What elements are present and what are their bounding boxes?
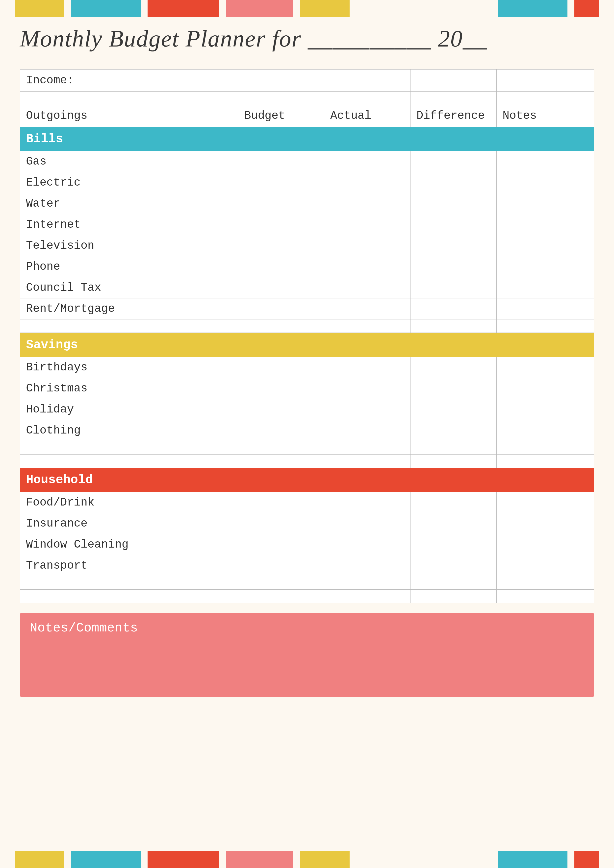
category-bills: Bills	[20, 127, 594, 151]
deco-teal-2	[498, 0, 567, 17]
window-cleaning-notes	[496, 534, 594, 555]
spacer-savings-1	[20, 441, 594, 454]
clothing-budget	[238, 420, 324, 441]
phone-actual	[324, 256, 410, 277]
council-tax-actual	[324, 277, 410, 298]
holiday-diff	[410, 399, 496, 420]
birthdays-label: Birthdays	[20, 357, 238, 378]
electric-actual	[324, 172, 410, 193]
deco-bot-yellow-1	[15, 851, 64, 868]
birthdays-notes	[496, 357, 594, 378]
food-drink-actual	[324, 492, 410, 513]
savings-label: Savings	[20, 333, 594, 357]
council-tax-budget	[238, 277, 324, 298]
insurance-notes	[496, 513, 594, 534]
transport-label: Transport	[20, 555, 238, 576]
deco-yellow-2	[300, 0, 350, 17]
christmas-label: Christmas	[20, 378, 238, 399]
spacer-row-1	[20, 91, 594, 105]
council-tax-notes	[496, 277, 594, 298]
gas-diff	[410, 151, 496, 172]
rent-mortgage-diff	[410, 298, 496, 319]
holiday-label: Holiday	[20, 399, 238, 420]
item-food-drink: Food/Drink	[20, 492, 594, 513]
top-decoration	[0, 0, 614, 17]
television-diff	[410, 235, 496, 256]
phone-diff	[410, 256, 496, 277]
transport-notes	[496, 555, 594, 576]
deco-bot-pink-1	[226, 851, 293, 868]
transport-budget	[238, 555, 324, 576]
water-label: Water	[20, 193, 238, 214]
window-cleaning-label: Window Cleaning	[20, 534, 238, 555]
deco-bot-teal-1	[71, 851, 141, 868]
phone-label: Phone	[20, 256, 238, 277]
col-actual: Actual	[324, 105, 410, 127]
income-label: Income:	[20, 70, 238, 91]
gas-notes	[496, 151, 594, 172]
phone-budget	[238, 256, 324, 277]
window-cleaning-actual	[324, 534, 410, 555]
water-notes	[496, 193, 594, 214]
rent-mortgage-notes	[496, 298, 594, 319]
window-cleaning-diff	[410, 534, 496, 555]
water-budget	[238, 193, 324, 214]
birthdays-actual	[324, 357, 410, 378]
gas-budget	[238, 151, 324, 172]
electric-diff	[410, 172, 496, 193]
deco-bot-yellow-2	[300, 851, 350, 868]
deco-teal-1	[71, 0, 141, 17]
household-label: Household	[20, 468, 594, 492]
television-budget	[238, 235, 324, 256]
income-row: Income:	[20, 70, 594, 91]
spacer-savings-2	[20, 454, 594, 468]
category-savings: Savings	[20, 333, 594, 357]
main-content: Income: Outgoings Budget Actual Differen…	[20, 69, 594, 823]
item-insurance: Insurance	[20, 513, 594, 534]
internet-label: Internet	[20, 214, 238, 235]
item-television: Television	[20, 235, 594, 256]
window-cleaning-budget	[238, 534, 324, 555]
item-birthdays: Birthdays	[20, 357, 594, 378]
col-outgoings: Outgoings	[20, 105, 238, 127]
rent-mortgage-actual	[324, 298, 410, 319]
transport-actual	[324, 555, 410, 576]
item-transport: Transport	[20, 555, 594, 576]
notes-section: Notes/Comments	[20, 613, 594, 697]
transport-diff	[410, 555, 496, 576]
bottom-decoration	[0, 851, 614, 868]
electric-budget	[238, 172, 324, 193]
deco-red-2	[574, 0, 599, 17]
spacer-household-1	[20, 576, 594, 590]
internet-budget	[238, 214, 324, 235]
christmas-diff	[410, 378, 496, 399]
water-actual	[324, 193, 410, 214]
insurance-label: Insurance	[20, 513, 238, 534]
water-diff	[410, 193, 496, 214]
item-clothing: Clothing	[20, 420, 594, 441]
birthdays-diff	[410, 357, 496, 378]
gas-actual	[324, 151, 410, 172]
item-water: Water	[20, 193, 594, 214]
item-council-tax: Council Tax	[20, 277, 594, 298]
food-drink-budget	[238, 492, 324, 513]
deco-pink-1	[226, 0, 293, 17]
rent-mortgage-label: Rent/Mortgage	[20, 298, 238, 319]
internet-notes	[496, 214, 594, 235]
food-drink-diff	[410, 492, 496, 513]
col-difference: Difference	[410, 105, 496, 127]
food-drink-label: Food/Drink	[20, 492, 238, 513]
item-window-cleaning: Window Cleaning	[20, 534, 594, 555]
item-electric: Electric	[20, 172, 594, 193]
page-title: Monthly Budget Planner for __________ 20…	[20, 25, 594, 52]
category-household: Household	[20, 468, 594, 492]
internet-diff	[410, 214, 496, 235]
item-rent-mortgage: Rent/Mortgage	[20, 298, 594, 319]
spacer-household-2	[20, 590, 594, 603]
notes-title: Notes/Comments	[30, 621, 584, 636]
income-budget	[238, 70, 324, 91]
income-notes	[496, 70, 594, 91]
col-budget: Budget	[238, 105, 324, 127]
christmas-notes	[496, 378, 594, 399]
item-internet: Internet	[20, 214, 594, 235]
